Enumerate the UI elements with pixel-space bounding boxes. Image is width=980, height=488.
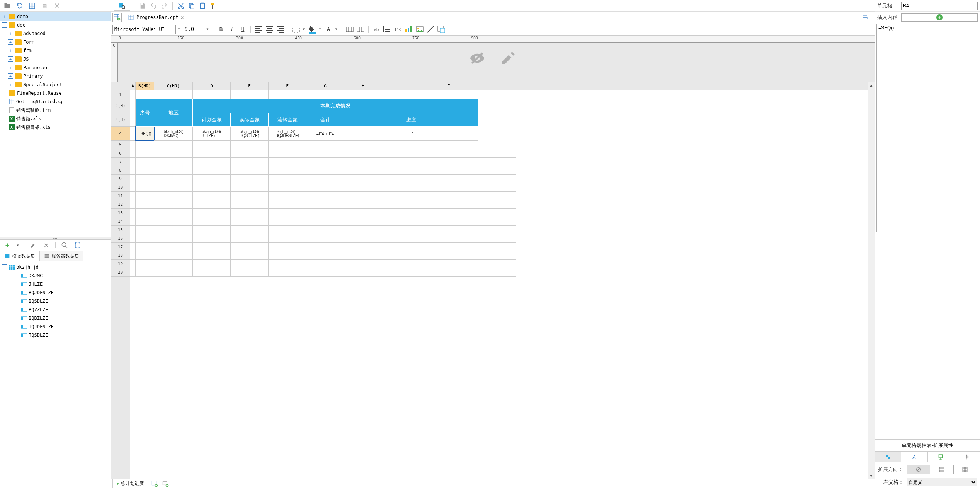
vertical-scrollbar[interactable]: ▲ ▼ xyxy=(868,82,875,479)
dataset-tree[interactable]: -bkzjh_jdDXJMCJHLZEBQJDFSLZEBQSDLZEBQZZL… xyxy=(0,261,111,488)
cell[interactable] xyxy=(231,141,269,149)
cell[interactable] xyxy=(154,183,193,192)
cell[interactable] xyxy=(306,209,344,217)
left-parent-select[interactable]: 自定义 xyxy=(907,478,977,486)
text-tool-icon[interactable]: ab xyxy=(372,25,381,34)
cell[interactable] xyxy=(136,183,154,192)
cell[interactable] xyxy=(269,251,306,260)
column-header[interactable]: I xyxy=(382,82,516,90)
cell[interactable] xyxy=(344,234,382,243)
cell[interactable]: 合计 xyxy=(306,113,344,127)
font-size-dd[interactable]: ▼ xyxy=(206,27,210,31)
row-header[interactable]: 3(H) xyxy=(111,113,130,127)
cell[interactable] xyxy=(130,234,136,243)
insert-content-button[interactable]: + xyxy=(901,13,978,22)
cell[interactable] xyxy=(130,166,136,175)
cell[interactable] xyxy=(269,149,306,158)
cell[interactable] xyxy=(306,175,344,183)
row-header[interactable]: 4 xyxy=(111,127,130,141)
ds-tree-item[interactable]: BQZZLZE xyxy=(0,305,111,314)
ds-tree-item[interactable]: BQJDFSLZE xyxy=(0,288,111,297)
expand-icon[interactable]: + xyxy=(8,82,13,87)
cell[interactable] xyxy=(269,158,306,166)
cell[interactable] xyxy=(231,260,269,268)
cell[interactable] xyxy=(154,141,193,149)
cell[interactable] xyxy=(382,243,516,251)
cell[interactable] xyxy=(193,141,231,149)
cell[interactable] xyxy=(382,158,516,166)
cell[interactable] xyxy=(193,200,231,209)
font-family-select[interactable] xyxy=(112,25,176,34)
cell[interactable] xyxy=(344,141,382,149)
cell[interactable] xyxy=(231,158,269,166)
scroll-down-icon[interactable]: ▼ xyxy=(868,473,875,479)
expand-icon[interactable]: - xyxy=(2,264,7,270)
cell[interactable] xyxy=(136,260,154,268)
cell[interactable] xyxy=(130,217,136,226)
cell[interactable] xyxy=(193,209,231,217)
cell[interactable] xyxy=(130,175,136,183)
cell[interactable] xyxy=(193,166,231,175)
row-header[interactable]: 7 xyxy=(111,158,130,166)
cell[interactable] xyxy=(269,192,306,200)
tree-item[interactable]: +SpecialSubject xyxy=(0,80,111,89)
refresh-icon[interactable] xyxy=(15,2,24,10)
cell[interactable] xyxy=(344,192,382,200)
cell[interactable] xyxy=(136,217,154,226)
italic-icon[interactable]: I xyxy=(227,25,236,34)
cell[interactable] xyxy=(154,158,193,166)
ds-tree-item[interactable]: TQJDFSLZE xyxy=(0,322,111,331)
cell[interactable] xyxy=(193,175,231,183)
cell[interactable] xyxy=(154,149,193,158)
cell[interactable]: 流转金额 xyxy=(269,113,306,127)
cell[interactable] xyxy=(130,183,136,192)
expand-icon[interactable]: + xyxy=(8,31,13,36)
cell[interactable] xyxy=(130,251,136,260)
cell[interactable] xyxy=(231,149,269,158)
cell[interactable] xyxy=(382,268,516,277)
tab-server-dataset[interactable]: 服务器数据集 xyxy=(39,251,83,261)
ds-tree-item[interactable]: -bkzjh_jd xyxy=(0,263,111,271)
cell[interactable] xyxy=(193,149,231,158)
row-header[interactable]: 12 xyxy=(111,200,130,209)
cell[interactable] xyxy=(231,209,269,217)
cell[interactable] xyxy=(136,149,154,158)
cell[interactable] xyxy=(136,251,154,260)
cell[interactable] xyxy=(231,183,269,192)
cell[interactable]: bkzjh_jd.S(DXJMC) xyxy=(154,127,193,141)
ds-tree-item[interactable]: TQSDLZE xyxy=(0,331,111,340)
cell[interactable] xyxy=(269,183,306,192)
cell[interactable] xyxy=(382,90,516,99)
column-header[interactable]: D xyxy=(193,82,231,90)
cell[interactable] xyxy=(382,175,516,183)
cell[interactable] xyxy=(306,158,344,166)
close-tab-icon[interactable]: × xyxy=(180,14,184,20)
cell[interactable] xyxy=(231,243,269,251)
cell[interactable] xyxy=(136,234,154,243)
cell[interactable] xyxy=(269,217,306,226)
cell[interactable] xyxy=(382,217,516,226)
fill-color-icon[interactable] xyxy=(308,25,317,34)
cell[interactable] xyxy=(130,243,136,251)
cell[interactable] xyxy=(231,234,269,243)
add-sheet-alt-icon[interactable] xyxy=(161,479,170,488)
ds-tree-item[interactable]: DXJMC xyxy=(0,271,111,280)
file-tree[interactable]: +demo-doc+Advanced+Form+frm+JS+Parameter… xyxy=(0,12,111,237)
row-header[interactable]: 16 xyxy=(111,234,130,243)
cell[interactable] xyxy=(269,175,306,183)
column-headers[interactable]: AB(HR)C(HR)DEFGHI xyxy=(130,82,868,90)
cell[interactable] xyxy=(231,166,269,175)
file-tab-progressbar[interactable]: ProgressBar.cpt × xyxy=(124,12,188,22)
splitter-horizontal[interactable]: ••• xyxy=(0,237,111,240)
cell[interactable] xyxy=(306,251,344,260)
cell[interactable] xyxy=(193,260,231,268)
cell[interactable] xyxy=(193,243,231,251)
tree-item[interactable]: +Parameter xyxy=(0,63,111,72)
cell[interactable] xyxy=(269,141,306,149)
cell[interactable] xyxy=(136,226,154,234)
cell[interactable] xyxy=(306,166,344,175)
cell[interactable] xyxy=(231,226,269,234)
preview-icon[interactable] xyxy=(60,241,69,249)
cell[interactable] xyxy=(154,192,193,200)
cell[interactable] xyxy=(306,234,344,243)
